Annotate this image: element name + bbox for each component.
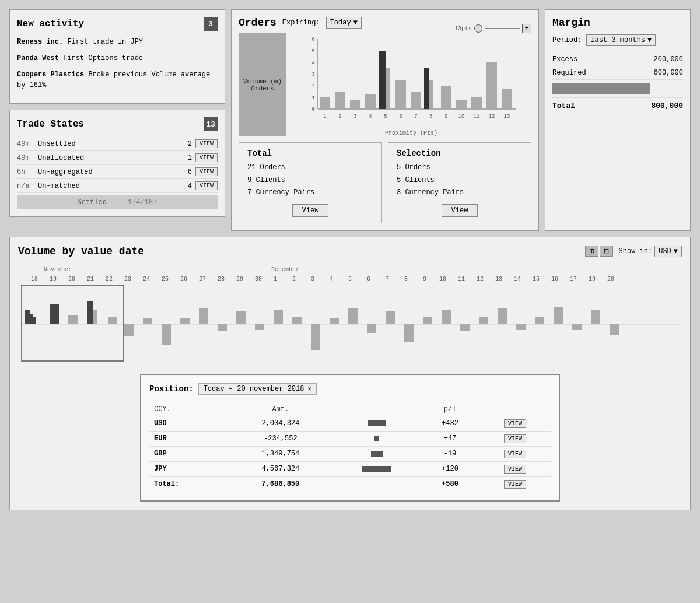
period-label: Period: (552, 36, 582, 44)
position-date-box: Today – 20 november 2018 ✕ (198, 383, 317, 395)
view-total: VIEW (480, 476, 551, 492)
margin-required-row: Required 600,000 (552, 66, 683, 80)
new-activity-header: New activity 3 (17, 17, 218, 31)
orders-selection-box: Selection 5 Orders 5 Clients 3 Currency … (388, 142, 531, 223)
trade-states-title: Trade States (17, 119, 84, 129)
svg-rect-81 (124, 324, 134, 336)
trade-label-3: Un-aggregated (38, 168, 177, 176)
amt-jpy: 4,567,324 (228, 461, 334, 476)
svg-text:0: 0 (312, 107, 315, 113)
view-eur: VIEW (480, 431, 551, 446)
chart-icon-button-2[interactable]: ⊟ (600, 246, 613, 257)
view-eur-button[interactable]: VIEW (504, 434, 526, 443)
slider-circle[interactable] (474, 24, 482, 33)
view-jpy-button[interactable]: VIEW (504, 465, 526, 474)
trade-row-unsettled: 49m Unsettled 2 VIEW (17, 137, 218, 151)
col-amt: Amt. (228, 403, 334, 416)
svg-rect-15 (396, 80, 406, 109)
view-usd: VIEW (480, 416, 551, 431)
selection-view-button[interactable]: View (442, 204, 478, 217)
close-date-icon[interactable]: ✕ (307, 385, 312, 392)
expiring-select[interactable]: Today ▼ (326, 17, 362, 29)
selection-details: 5 Orders 5 Clients 3 Currency Pairs (397, 162, 523, 199)
svg-rect-100 (479, 317, 488, 324)
slider-label: 13pts (454, 26, 472, 32)
svg-text:8: 8 (404, 276, 408, 282)
svg-rect-96 (404, 324, 414, 342)
currency-select[interactable]: USD ▼ (654, 246, 682, 257)
svg-rect-76 (50, 304, 59, 324)
view-unmatched-button[interactable]: VIEW (195, 181, 218, 190)
orders-title: Orders (239, 17, 276, 29)
chart-label-box: Volume (m) Orders (239, 33, 286, 136)
svg-rect-13 (379, 51, 386, 109)
svg-rect-78 (87, 301, 93, 324)
svg-rect-83 (162, 324, 171, 345)
svg-rect-94 (367, 324, 376, 333)
view-gbp-button[interactable]: VIEW (504, 450, 526, 458)
margin-title: Margin (552, 17, 683, 29)
svg-rect-16 (411, 92, 421, 109)
svg-text:November: November (44, 267, 72, 273)
position-row-jpy: JPY 4,567,324 +120 VIEW (149, 461, 551, 476)
svg-text:20: 20 (607, 276, 614, 282)
svg-text:5: 5 (348, 276, 352, 282)
view-unaggregated-button[interactable]: VIEW (195, 167, 218, 176)
svg-rect-93 (348, 308, 358, 324)
position-table: CCY. Amt. p/l USD 2,004,324 +432 VIEW (149, 403, 551, 492)
slider-area: 13pts + (454, 24, 531, 33)
svg-text:1: 1 (323, 114, 326, 120)
company-3: Coopers Plastics (17, 71, 84, 79)
period-select[interactable]: last 3 months ▼ (586, 34, 656, 46)
svg-rect-11 (350, 100, 360, 109)
show-in-label: Show in: (619, 247, 653, 255)
svg-text:16: 16 (551, 276, 558, 282)
amt-usd: 2,004,324 (228, 416, 334, 431)
svg-text:3: 3 (354, 114, 356, 120)
svg-text:2: 2 (292, 276, 296, 282)
activity-item-3: Coopers Plastics Broke previous Volume a… (17, 69, 218, 90)
volume-title: Volume by value date (18, 246, 144, 257)
svg-rect-84 (180, 318, 190, 324)
svg-text:15: 15 (533, 276, 540, 282)
volume-chart-area: November December 18 19 20 21 22 23 24 2… (18, 263, 682, 364)
svg-text:11: 11 (474, 114, 480, 120)
position-row-usd: USD 2,004,324 +432 VIEW (149, 416, 551, 431)
volume-svg-chart: November December 18 19 20 21 22 23 24 2… (18, 263, 682, 362)
trade-time-2: 49m (17, 154, 34, 162)
pl-jpy: +120 (421, 461, 480, 476)
svg-text:12: 12 (477, 276, 484, 282)
chart-icon-button-1[interactable]: ⊞ (585, 246, 598, 257)
trade-time-1: 49m (17, 140, 34, 148)
required-value: 600,000 (654, 69, 683, 77)
svg-rect-19 (441, 86, 452, 109)
svg-rect-104 (554, 307, 563, 324)
slider-plus-btn[interactable]: + (522, 24, 531, 33)
svg-text:20: 20 (68, 276, 75, 282)
view-total-button[interactable]: VIEW (504, 480, 526, 489)
margin-table: Excess 200,000 Required 600,000 Total 80… (552, 53, 683, 114)
position-title: Position: (149, 384, 194, 394)
chart-sub-label: Orders (251, 85, 274, 92)
activity-text-1: First trade in JPY (67, 38, 143, 46)
volume-header: Volume by value date ⊞ ⊟ Show in: USD ▼ (18, 246, 682, 257)
total-amt: 7,686,850 (228, 476, 334, 492)
svg-text:14: 14 (514, 276, 521, 282)
required-label: Required (552, 69, 586, 77)
svg-text:10: 10 (459, 114, 465, 120)
volume-panel: Volume by value date ⊞ ⊟ Show in: USD ▼ (9, 237, 691, 510)
svg-text:4: 4 (330, 276, 333, 282)
total-view-button[interactable]: View (292, 204, 329, 217)
svg-rect-77 (68, 315, 78, 324)
excess-value: 200,000 (654, 55, 683, 64)
view-usd-button[interactable]: VIEW (504, 419, 526, 428)
view-unsettled-button[interactable]: VIEW (195, 139, 218, 148)
pl-usd: +432 (421, 416, 480, 431)
view-unallocated-button[interactable]: VIEW (195, 153, 218, 162)
company-1: Reness inc. (17, 38, 63, 46)
view-jpy: VIEW (480, 461, 551, 476)
svg-text:1: 1 (274, 276, 277, 282)
svg-rect-14 (386, 68, 390, 109)
svg-rect-21 (471, 97, 482, 109)
svg-text:26: 26 (180, 276, 187, 282)
